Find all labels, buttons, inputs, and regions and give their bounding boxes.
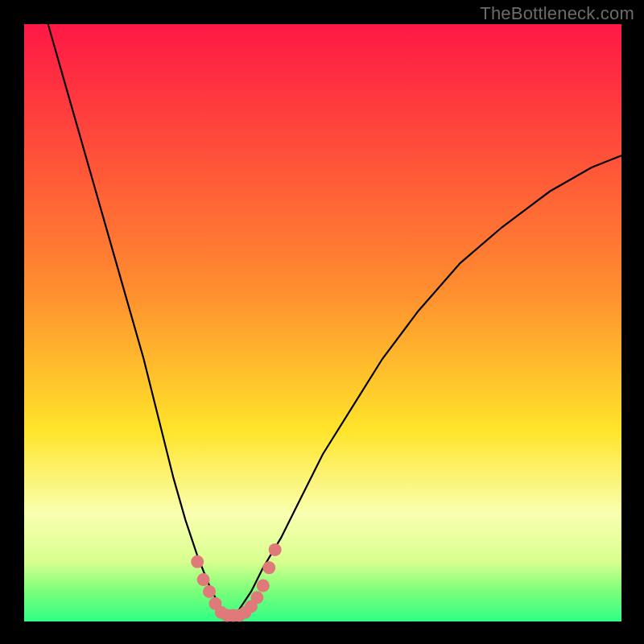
- bottleneck-chart: [0, 0, 644, 644]
- valley-marker: [203, 585, 216, 598]
- valley-marker: [191, 555, 204, 568]
- valley-marker: [250, 591, 263, 604]
- plot-background: [24, 24, 621, 621]
- watermark-text: TheBottleneck.com: [480, 3, 634, 24]
- valley-marker: [269, 543, 282, 556]
- valley-marker: [262, 561, 275, 574]
- chart-frame: TheBottleneck.com: [0, 0, 644, 644]
- valley-marker: [257, 579, 270, 592]
- valley-marker: [197, 573, 210, 586]
